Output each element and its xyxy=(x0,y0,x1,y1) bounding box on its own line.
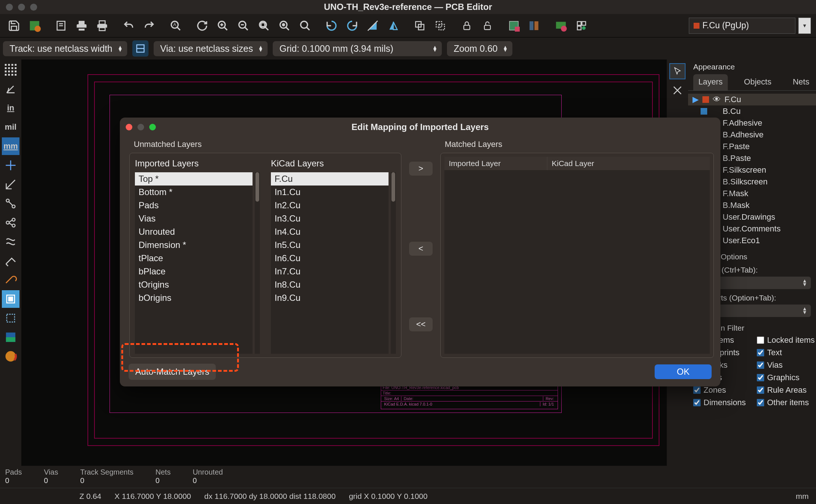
polar-coords-icon[interactable] xyxy=(2,80,19,98)
unit-inches-icon[interactable]: in xyxy=(2,99,19,117)
filter-checkbox[interactable]: Rule Areas xyxy=(757,385,815,395)
high-contrast-icon[interactable] xyxy=(2,328,19,346)
zoom-fit-icon[interactable] xyxy=(255,17,273,35)
map-right-button[interactable]: > xyxy=(409,162,433,176)
kicad-layer-item[interactable]: In5.Cu xyxy=(271,238,389,252)
local-ratsnest-icon[interactable] xyxy=(669,82,686,98)
footprint-browser-icon[interactable] xyxy=(526,17,543,35)
unit-mils-icon[interactable]: mil xyxy=(2,118,19,136)
zoom-selection-icon[interactable] xyxy=(296,17,314,35)
imported-layers-list[interactable]: Top *Bottom *PadsViasUnroutedDimension *… xyxy=(135,172,253,354)
imported-layer-item[interactable]: Dimension * xyxy=(135,238,253,252)
dialog-zoom-icon[interactable] xyxy=(149,124,156,130)
imported-layer-item[interactable]: tOrigins xyxy=(135,278,253,291)
kicad-layer-item[interactable]: In8.Cu xyxy=(271,278,389,291)
imported-scrollbar[interactable] xyxy=(255,172,260,354)
layer-row[interactable]: B.Cu xyxy=(688,105,816,117)
layer-row[interactable]: ▶👁F.Cu xyxy=(688,94,816,105)
filter-checkbox[interactable]: Locked items xyxy=(757,335,815,345)
kicad-layer-item[interactable]: In3.Cu xyxy=(271,212,389,225)
close-window-icon[interactable] xyxy=(6,4,13,11)
tab-nets[interactable]: Nets xyxy=(788,74,815,90)
filter-checkbox[interactable]: Zones xyxy=(693,385,746,395)
undo-icon[interactable] xyxy=(120,17,137,35)
ok-button[interactable]: OK xyxy=(655,364,712,379)
unlock-icon[interactable] xyxy=(479,17,496,35)
ratsnest-curved-icon[interactable] xyxy=(2,195,19,212)
tab-objects[interactable]: Objects xyxy=(739,74,777,90)
kicad-layer-item[interactable]: In7.Cu xyxy=(271,265,389,278)
plot-icon[interactable] xyxy=(93,17,111,35)
zoom-out-icon[interactable] xyxy=(235,17,252,35)
imported-layer-item[interactable]: Pads xyxy=(135,199,253,212)
dialog-close-icon[interactable] xyxy=(126,124,132,130)
imported-layer-item[interactable]: bOrigins xyxy=(135,291,253,305)
filter-checkbox[interactable]: Text xyxy=(757,348,815,357)
window-traffic-lights[interactable] xyxy=(6,4,37,11)
select-tool-icon[interactable] xyxy=(669,63,686,79)
ratsnest-visibility-icon[interactable] xyxy=(2,176,19,193)
rotate-cw-icon[interactable] xyxy=(343,17,361,35)
track-display-icon[interactable] xyxy=(2,290,19,308)
map-all-left-button[interactable]: << xyxy=(409,317,433,331)
net-highlight-icon[interactable] xyxy=(2,214,19,231)
map-left-button[interactable]: < xyxy=(409,242,433,256)
ratsnest-toggle-icon[interactable] xyxy=(132,40,148,57)
zone-display-icon[interactable] xyxy=(2,233,19,251)
unit-mm-icon[interactable]: mm xyxy=(2,137,19,155)
rotate-ccw-icon[interactable] xyxy=(323,17,340,35)
redo-icon[interactable] xyxy=(140,17,158,35)
kicad-layer-item[interactable]: F.Cu xyxy=(271,172,389,186)
zoom-in-icon[interactable] xyxy=(214,17,232,35)
footprint-editor-icon[interactable] xyxy=(505,17,523,35)
save-icon[interactable] xyxy=(5,17,23,35)
kicad-scrollbar[interactable] xyxy=(391,172,396,354)
imported-layer-item[interactable]: Bottom * xyxy=(135,186,253,199)
filter-checkbox[interactable]: Graphics xyxy=(757,373,815,382)
mirror-h-icon[interactable] xyxy=(384,17,402,35)
auto-match-layers-button[interactable]: Auto-Match Layers xyxy=(129,364,216,380)
lock-icon[interactable] xyxy=(458,17,476,35)
imported-layer-item[interactable]: Top * xyxy=(135,172,253,186)
grid-dropdown[interactable]: Grid: 0.1000 mm (3.94 mils)▲▼ xyxy=(273,41,442,56)
zoom-objects-icon[interactable] xyxy=(276,17,293,35)
track-width-dropdown[interactable]: Track: use netclass width▲▼ xyxy=(3,41,127,56)
ungroup-icon[interactable] xyxy=(432,17,449,35)
print-icon[interactable] xyxy=(73,17,90,35)
drc-icon[interactable] xyxy=(552,17,570,35)
filter-checkbox[interactable]: Vias xyxy=(757,360,815,370)
layer-dropdown-caret-icon[interactable]: ▾ xyxy=(798,18,811,34)
minimize-window-icon[interactable] xyxy=(18,4,25,11)
mirror-v-icon[interactable] xyxy=(364,17,382,35)
active-layer-selector[interactable]: F.Cu (PgUp) xyxy=(689,18,795,34)
kicad-layer-item[interactable]: In9.Cu xyxy=(271,291,389,305)
page-settings-icon[interactable] xyxy=(52,17,70,35)
zoom-window-icon[interactable] xyxy=(30,4,37,11)
group-icon[interactable] xyxy=(411,17,429,35)
kicad-layer-item[interactable]: In4.Cu xyxy=(271,225,389,238)
kicad-layers-list[interactable]: F.CuIn1.CuIn2.CuIn3.CuIn4.CuIn5.CuIn6.Cu… xyxy=(271,172,389,354)
matched-layers-table[interactable]: Imported Layer KiCad Layer xyxy=(444,157,710,354)
outline-mode-icon[interactable] xyxy=(2,309,19,327)
cursor-shape-icon[interactable] xyxy=(2,156,19,174)
layer-manager-icon[interactable] xyxy=(2,348,19,365)
filter-checkbox[interactable]: Other items xyxy=(757,398,815,407)
kicad-layer-item[interactable]: In1.Cu xyxy=(271,186,389,199)
via-size-dropdown[interactable]: Via: use netclass sizes▲▼ xyxy=(154,41,268,56)
find-icon[interactable]: A xyxy=(167,17,185,35)
refresh-icon[interactable] xyxy=(193,17,211,35)
dialog-traffic-lights[interactable] xyxy=(126,124,156,130)
grid-visibility-icon[interactable] xyxy=(2,61,19,79)
imported-layer-item[interactable]: bPlace xyxy=(135,265,253,278)
imported-layer-item[interactable]: Vias xyxy=(135,212,253,225)
kicad-layer-item[interactable]: In6.Cu xyxy=(271,252,389,265)
pad-display-icon[interactable] xyxy=(2,252,19,270)
imported-layer-item[interactable]: tPlace xyxy=(135,252,253,265)
imported-layer-item[interactable]: Unrouted xyxy=(135,225,253,238)
scripting-icon[interactable] xyxy=(573,17,590,35)
filter-checkbox[interactable]: Dimensions xyxy=(693,398,746,407)
via-display-icon[interactable] xyxy=(2,271,19,289)
kicad-layer-item[interactable]: In2.Cu xyxy=(271,199,389,212)
board-setup-icon[interactable] xyxy=(26,17,43,35)
tab-layers[interactable]: Layers xyxy=(693,74,728,90)
